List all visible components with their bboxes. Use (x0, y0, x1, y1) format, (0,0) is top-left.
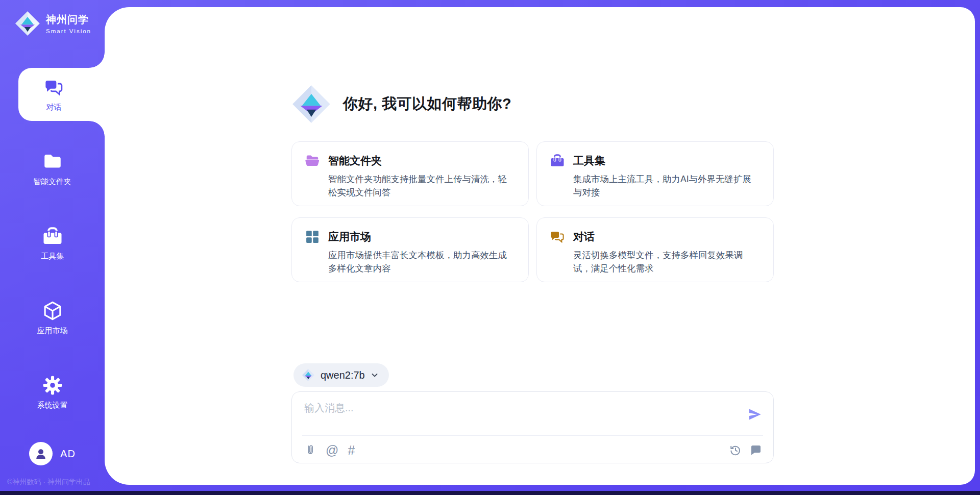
sidebar-item-toolset[interactable]: 工具集 (0, 217, 105, 270)
card-smart-folder[interactable]: 智能文件夹 智能文件夹功能支持批量文件上传与清洗，轻松实现文件问答 (291, 141, 529, 206)
hashtag-icon[interactable]: # (348, 444, 355, 456)
card-description: 应用市场提供丰富长文本模板，助力高效生成多样化文章内容 (328, 249, 515, 276)
folder-icon (42, 151, 63, 172)
person-icon (33, 446, 48, 461)
gear-icon (42, 375, 63, 396)
brand-logo: 神州问学 Smart Vision (14, 10, 91, 37)
avatar (29, 442, 53, 465)
chat-icon (43, 77, 65, 98)
cube-icon (42, 300, 63, 321)
sidebar-item-settings[interactable]: 系统设置 (0, 366, 105, 419)
card-description: 智能文件夹功能支持批量文件上传与清洗，轻松实现文件问答 (328, 172, 515, 200)
main-content-panel: 你好, 我可以如何帮助你? 智能文件夹 智能文件夹功能支持批量文件上传与清洗，轻… (105, 7, 975, 485)
card-app-market[interactable]: 应用市场 应用市场提供丰富长文本模板，助力高效生成多样化文章内容 (291, 217, 529, 282)
user-initials: AD (60, 448, 76, 460)
card-title: 智能文件夹 (328, 154, 382, 168)
card-title: 应用市场 (328, 230, 371, 244)
sidebar-item-app-market[interactable]: 应用市场 (0, 291, 105, 344)
chevron-down-icon (371, 371, 379, 379)
model-name: qwen2:7b (321, 369, 365, 381)
message-composer: @ # (291, 391, 774, 463)
sidebar-item-label: 对话 (46, 103, 62, 112)
sidebar-item-chat[interactable]: 对话 (18, 68, 105, 121)
card-toolset[interactable]: 工具集 集成市场上主流工具，助力AI与外界无缝扩展与对接 (536, 141, 774, 206)
greeting-block: 你好, 我可以如何帮助你? (291, 84, 511, 125)
model-gem-icon (302, 368, 315, 382)
grid-icon (305, 229, 320, 244)
brand-subtitle: Smart Vision (46, 28, 91, 34)
card-title: 对话 (573, 230, 595, 244)
card-title: 工具集 (573, 154, 605, 168)
message-input[interactable] (304, 401, 738, 431)
feature-cards: 智能文件夹 智能文件夹功能支持批量文件上传与清洗，轻松实现文件问答 工具集 集成… (291, 141, 774, 282)
chat-bubbles-icon (550, 229, 565, 244)
chat-bubble-icon[interactable] (750, 444, 762, 456)
send-icon[interactable] (748, 407, 762, 422)
toolbox-icon (42, 226, 63, 247)
sidebar-item-label: 智能文件夹 (33, 177, 71, 187)
sidebar: 神州问学 Smart Vision 对话 智能文件夹 工具集 (0, 0, 105, 495)
sidebar-footer: ©神州数码 · 神州问学出品 (7, 478, 90, 487)
composer-divider (302, 435, 763, 436)
brand-gem-icon (291, 84, 332, 125)
brand-name: 神州问学 (46, 13, 91, 27)
mention-icon[interactable]: @ (326, 444, 338, 456)
attachment-icon[interactable] (304, 444, 316, 456)
sidebar-item-label: 工具集 (41, 252, 64, 261)
model-selector[interactable]: qwen2:7b (293, 363, 389, 387)
toolbox-icon (550, 153, 565, 168)
card-description: 集成市场上主流工具，助力AI与外界无缝扩展与对接 (573, 172, 760, 200)
card-description: 灵活切换多模型文件，支持多样回复效果调试，满足个性化需求 (573, 249, 760, 276)
greeting-title: 你好, 我可以如何帮助你? (343, 94, 511, 114)
history-icon[interactable] (729, 444, 742, 456)
folder-open-icon (305, 153, 320, 168)
bottom-strip (0, 491, 980, 495)
sidebar-item-smart-folder[interactable]: 智能文件夹 (0, 142, 105, 195)
user-profile[interactable]: AD (0, 442, 105, 465)
sidebar-item-label: 应用市场 (37, 326, 68, 336)
brand-gem-icon (14, 10, 41, 37)
sidebar-nav: 对话 智能文件夹 工具集 应用市场 (0, 68, 105, 440)
sidebar-item-label: 系统设置 (37, 401, 68, 410)
card-chat[interactable]: 对话 灵活切换多模型文件，支持多样回复效果调试，满足个性化需求 (536, 217, 774, 282)
